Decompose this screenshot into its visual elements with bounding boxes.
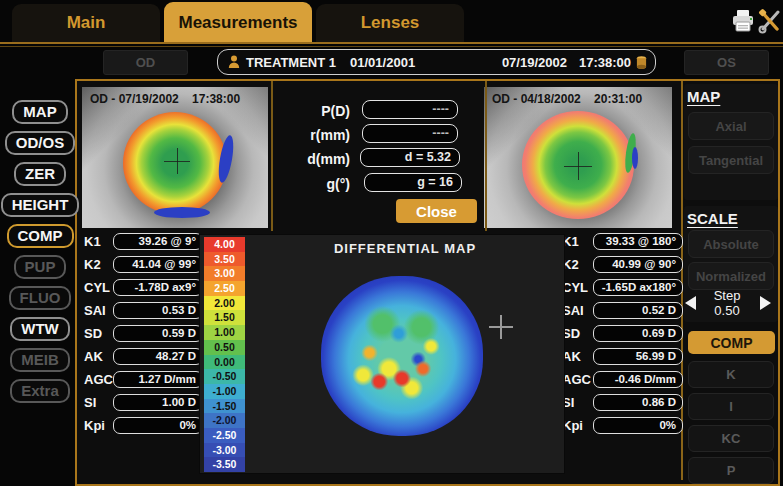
topography-overlay-left: [123, 112, 227, 214]
comp-button[interactable]: COMP: [688, 331, 775, 354]
map-heading: MAP: [684, 84, 778, 105]
app-window: Main Measurements Lenses OD TR: [0, 0, 783, 486]
patient-icon: [228, 55, 240, 69]
table-row: SAI0.53 D: [84, 302, 203, 319]
sidebar-item-zer[interactable]: ZER: [14, 162, 66, 186]
treatment-label: TREATMENT 1: [246, 55, 336, 70]
sidebar-item-wtw[interactable]: WTW: [10, 317, 69, 341]
map-title: DIFFERENTIAL MAP: [246, 241, 564, 256]
row-label: AK: [84, 349, 113, 364]
row-label: K2: [562, 257, 593, 272]
scale-cell: 0.50: [204, 340, 245, 355]
row-value: 39.33 @ 180°: [593, 233, 683, 250]
sidebar-item-extra[interactable]: Extra: [10, 379, 70, 403]
sidebar-item-comp[interactable]: COMP: [7, 224, 74, 248]
absolute-button[interactable]: Absolute: [688, 230, 774, 258]
kc-button[interactable]: KC: [688, 425, 774, 452]
left-data-table: K139.26 @ 9° K241.04 @ 99° CYL-1.78D ax9…: [84, 233, 203, 434]
right-data-table: K139.33 @ 180° K240.99 @ 90° CYL-1.65D a…: [562, 233, 683, 434]
scale-cell: 2.50: [204, 281, 245, 296]
row-value: -1.78D ax9°: [113, 279, 203, 296]
print-icon[interactable]: [729, 7, 757, 35]
sidebar-item-fluo[interactable]: FLUO: [9, 286, 72, 310]
treatment-bar[interactable]: TREATMENT 1 01/01/2001 07/19/2002 17:38:…: [217, 49, 656, 75]
scale-heading: SCALE: [684, 206, 778, 227]
i-button[interactable]: I: [688, 393, 774, 420]
table-row: Kpi0%: [84, 417, 203, 434]
settings-tools-icon[interactable]: [757, 7, 783, 35]
step-label: Step: [697, 288, 757, 303]
table-row: Kpi0%: [562, 417, 683, 434]
od-button[interactable]: OD: [103, 50, 188, 75]
k-button[interactable]: K: [688, 361, 774, 388]
row-label: AGC: [562, 372, 593, 387]
row-value: 48.27 D: [113, 348, 203, 365]
scale-cell: 2.00: [204, 296, 245, 311]
row-label: K2: [84, 257, 113, 272]
sidebar-item-meib[interactable]: MEIB: [10, 348, 70, 372]
tab-main[interactable]: Main: [12, 4, 160, 42]
field-label-r: r(mm): [306, 127, 350, 143]
row-value: 0.52 D: [593, 302, 683, 319]
exam-caption-right: OD - 04/18/2002 20:31:00: [492, 92, 642, 106]
sidebar-item-height[interactable]: HEIGHT: [1, 193, 80, 217]
p-field[interactable]: ----: [362, 100, 458, 119]
scale-cell: -2.00: [204, 413, 245, 428]
row-label: SD: [562, 326, 593, 341]
tabbar-underline: [0, 42, 783, 44]
row-value: 0.86 D: [593, 394, 683, 411]
axial-button[interactable]: Axial: [688, 112, 774, 140]
row-label: Kpi: [562, 418, 593, 433]
row-value: 1.00 D: [113, 394, 203, 411]
r-field[interactable]: ----: [362, 124, 458, 143]
exam-photo-right[interactable]: OD - 04/18/2002 20:31:00: [484, 87, 672, 228]
field-label-g: g(°): [306, 176, 350, 192]
g-field[interactable]: g = 16: [364, 173, 462, 192]
differential-map-panel: DIFFERENTIAL MAP 4.00 3.50 3.00 2.50 2.0…: [199, 234, 565, 474]
map-cursor-crosshair: [500, 315, 502, 339]
table-row: CYL-1.65D ax180°: [562, 279, 683, 296]
row-label: CYL: [562, 280, 593, 295]
row-value: 0.69 D: [593, 325, 683, 342]
sidebar-item-od-os[interactable]: OD/OS: [5, 131, 75, 155]
row-value: 0%: [113, 417, 203, 434]
table-row: SAI0.52 D: [562, 302, 683, 319]
step-increase-arrow[interactable]: [760, 296, 771, 310]
tab-lenses[interactable]: Lenses: [316, 4, 464, 42]
topo-blue-fringe: [632, 147, 638, 169]
color-scale: 4.00 3.50 3.00 2.50 2.00 1.50 1.00 0.50 …: [204, 237, 245, 472]
sidebar-item-pup[interactable]: PUP: [14, 255, 67, 279]
row-value: 0%: [593, 417, 683, 434]
differential-map-image: [321, 276, 483, 436]
topo-crosshair: [578, 152, 579, 180]
row-value: 39.26 @ 9°: [113, 233, 203, 250]
row-label: SI: [562, 395, 593, 410]
sidebar-item-map[interactable]: MAP: [12, 100, 67, 124]
row-value: 56.99 D: [593, 348, 683, 365]
row-value: 41.04 @ 99°: [113, 256, 203, 273]
table-row: K241.04 @ 99°: [84, 256, 203, 273]
p-button[interactable]: P: [688, 457, 774, 484]
exam-photo-left[interactable]: OD - 07/19/2002 17:38:00: [82, 87, 268, 228]
row-label: SAI: [84, 303, 113, 318]
tab-measurements[interactable]: Measurements: [164, 2, 312, 43]
row-label: SAI: [562, 303, 593, 318]
row-value: -0.46 D/mm: [593, 371, 683, 388]
os-button[interactable]: OS: [684, 50, 769, 75]
exam-time: 17:38:00: [579, 55, 631, 70]
d-field[interactable]: d = 5.32: [360, 148, 460, 167]
row-value: 0.59 D: [113, 325, 203, 342]
table-row: K139.26 @ 9°: [84, 233, 203, 250]
row-label: K1: [84, 234, 113, 249]
scale-cell: -2.50: [204, 428, 245, 443]
scale-cell: -3.00: [204, 443, 245, 458]
scale-cell: 0.00: [204, 355, 245, 370]
step-decrease-arrow[interactable]: [685, 296, 696, 310]
close-button[interactable]: Close: [396, 199, 477, 223]
normalized-button[interactable]: Normalized: [688, 262, 774, 290]
tangential-button[interactable]: Tangential: [688, 146, 774, 174]
row-label: AGC: [84, 372, 113, 387]
table-row: SD0.59 D: [84, 325, 203, 342]
table-row: AK48.27 D: [84, 348, 203, 365]
row-label: K1: [562, 234, 593, 249]
